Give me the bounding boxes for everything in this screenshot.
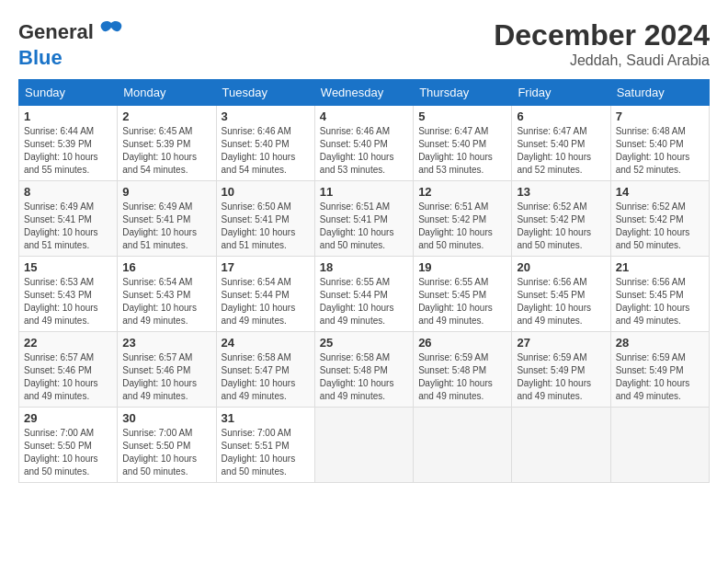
- day-info: Sunrise: 7:00 AMSunset: 5:50 PMDaylight:…: [122, 427, 210, 478]
- day-info: Sunrise: 6:54 AMSunset: 5:43 PMDaylight:…: [122, 276, 210, 327]
- month-title: December 2024: [494, 18, 710, 52]
- day-number: 20: [517, 260, 605, 274]
- day-number: 26: [418, 336, 506, 350]
- calendar-cell: [610, 408, 709, 483]
- logo: General Blue: [18, 18, 125, 70]
- day-number: 23: [122, 336, 210, 350]
- day-info: Sunrise: 6:52 AMSunset: 5:42 PMDaylight:…: [616, 201, 704, 252]
- day-info: Sunrise: 6:45 AMSunset: 5:39 PMDaylight:…: [122, 125, 210, 177]
- calendar-cell: 16Sunrise: 6:54 AMSunset: 5:43 PMDayligh…: [118, 257, 216, 332]
- day-info: Sunrise: 6:57 AMSunset: 5:46 PMDaylight:…: [122, 351, 210, 403]
- day-number: 27: [517, 336, 605, 350]
- day-number: 16: [122, 260, 210, 274]
- day-info: Sunrise: 6:59 AMSunset: 5:49 PMDaylight:…: [616, 351, 704, 403]
- calendar-cell: [314, 408, 413, 483]
- day-info: Sunrise: 6:54 AMSunset: 5:44 PMDaylight:…: [222, 276, 310, 327]
- weekday-header-row: SundayMondayTuesdayWednesdayThursdayFrid…: [19, 80, 710, 106]
- day-number: 17: [222, 260, 310, 274]
- calendar-week-1: 1Sunrise: 6:44 AMSunset: 5:39 PMDaylight…: [19, 106, 710, 181]
- day-info: Sunrise: 6:49 AMSunset: 5:41 PMDaylight:…: [122, 201, 210, 252]
- calendar-cell: 18Sunrise: 6:55 AMSunset: 5:44 PMDayligh…: [314, 257, 413, 332]
- weekday-header-tuesday: Tuesday: [216, 80, 314, 106]
- day-info: Sunrise: 6:58 AMSunset: 5:47 PMDaylight:…: [222, 351, 310, 403]
- day-number: 6: [517, 109, 605, 123]
- day-info: Sunrise: 6:58 AMSunset: 5:48 PMDaylight:…: [320, 351, 408, 403]
- day-number: 12: [418, 185, 506, 199]
- day-number: 8: [24, 185, 112, 199]
- day-number: 18: [320, 260, 408, 274]
- calendar-cell: 2Sunrise: 6:45 AMSunset: 5:39 PMDaylight…: [118, 106, 216, 181]
- calendar-week-2: 8Sunrise: 6:49 AMSunset: 5:41 PMDaylight…: [19, 181, 710, 257]
- day-info: Sunrise: 6:46 AMSunset: 5:40 PMDaylight:…: [320, 125, 408, 177]
- logo-blue: Blue: [18, 46, 63, 69]
- calendar-cell: 1Sunrise: 6:44 AMSunset: 5:39 PMDaylight…: [19, 106, 118, 181]
- calendar-week-3: 15Sunrise: 6:53 AMSunset: 5:43 PMDayligh…: [19, 257, 710, 332]
- day-info: Sunrise: 7:00 AMSunset: 5:51 PMDaylight:…: [222, 427, 310, 478]
- calendar-cell: 9Sunrise: 6:49 AMSunset: 5:41 PMDaylight…: [118, 181, 216, 257]
- day-info: Sunrise: 6:52 AMSunset: 5:42 PMDaylight:…: [517, 201, 605, 252]
- day-info: Sunrise: 6:47 AMSunset: 5:40 PMDaylight:…: [517, 125, 605, 177]
- calendar-cell: 28Sunrise: 6:59 AMSunset: 5:49 PMDayligh…: [610, 332, 709, 408]
- day-number: 24: [222, 336, 310, 350]
- calendar-cell: 22Sunrise: 6:57 AMSunset: 5:46 PMDayligh…: [19, 332, 118, 408]
- day-info: Sunrise: 6:46 AMSunset: 5:40 PMDaylight:…: [222, 125, 310, 177]
- calendar-week-5: 29Sunrise: 7:00 AMSunset: 5:50 PMDayligh…: [19, 408, 710, 483]
- weekday-header-thursday: Thursday: [414, 80, 512, 106]
- day-number: 9: [122, 185, 210, 199]
- calendar-cell: 20Sunrise: 6:56 AMSunset: 5:45 PMDayligh…: [512, 257, 610, 332]
- day-number: 21: [616, 260, 704, 274]
- page-header: General Blue December 2024 Jeddah, Saudi…: [18, 18, 710, 70]
- calendar-week-4: 22Sunrise: 6:57 AMSunset: 5:46 PMDayligh…: [19, 332, 710, 408]
- day-info: Sunrise: 6:55 AMSunset: 5:45 PMDaylight:…: [418, 276, 506, 327]
- calendar-body: 1Sunrise: 6:44 AMSunset: 5:39 PMDaylight…: [19, 106, 710, 483]
- day-info: Sunrise: 6:50 AMSunset: 5:41 PMDaylight:…: [222, 201, 310, 252]
- calendar-cell: [512, 408, 610, 483]
- weekday-header-saturday: Saturday: [610, 80, 709, 106]
- day-number: 28: [616, 336, 704, 350]
- day-number: 19: [418, 260, 506, 274]
- day-info: Sunrise: 7:00 AMSunset: 5:50 PMDaylight:…: [24, 427, 112, 478]
- day-number: 3: [222, 109, 310, 123]
- weekday-header-wednesday: Wednesday: [314, 80, 413, 106]
- calendar-cell: 8Sunrise: 6:49 AMSunset: 5:41 PMDaylight…: [19, 181, 118, 257]
- day-number: 10: [222, 185, 310, 199]
- calendar-cell: 23Sunrise: 6:57 AMSunset: 5:46 PMDayligh…: [118, 332, 216, 408]
- calendar-cell: 27Sunrise: 6:59 AMSunset: 5:49 PMDayligh…: [512, 332, 610, 408]
- logo-general: General: [18, 20, 94, 44]
- day-number: 15: [24, 260, 112, 274]
- calendar-cell: 30Sunrise: 7:00 AMSunset: 5:50 PMDayligh…: [118, 408, 216, 483]
- calendar-cell: 17Sunrise: 6:54 AMSunset: 5:44 PMDayligh…: [216, 257, 314, 332]
- day-number: 22: [24, 336, 112, 350]
- day-number: 25: [320, 336, 408, 350]
- calendar-cell: 29Sunrise: 7:00 AMSunset: 5:50 PMDayligh…: [19, 408, 118, 483]
- day-info: Sunrise: 6:47 AMSunset: 5:40 PMDaylight:…: [418, 125, 506, 177]
- weekday-header-monday: Monday: [118, 80, 216, 106]
- day-number: 5: [418, 109, 506, 123]
- day-info: Sunrise: 6:49 AMSunset: 5:41 PMDaylight:…: [24, 201, 112, 252]
- day-number: 11: [320, 185, 408, 199]
- day-info: Sunrise: 6:56 AMSunset: 5:45 PMDaylight:…: [517, 276, 605, 327]
- day-number: 29: [24, 411, 112, 425]
- day-info: Sunrise: 6:44 AMSunset: 5:39 PMDaylight:…: [24, 125, 112, 177]
- day-info: Sunrise: 6:55 AMSunset: 5:44 PMDaylight:…: [320, 276, 408, 327]
- calendar-cell: 6Sunrise: 6:47 AMSunset: 5:40 PMDaylight…: [512, 106, 610, 181]
- day-number: 31: [222, 411, 310, 425]
- calendar-cell: 7Sunrise: 6:48 AMSunset: 5:40 PMDaylight…: [610, 106, 709, 181]
- day-number: 30: [122, 411, 210, 425]
- calendar-table: SundayMondayTuesdayWednesdayThursdayFrid…: [18, 79, 710, 483]
- calendar-cell: 14Sunrise: 6:52 AMSunset: 5:42 PMDayligh…: [610, 181, 709, 257]
- weekday-header-friday: Friday: [512, 80, 610, 106]
- day-info: Sunrise: 6:59 AMSunset: 5:48 PMDaylight:…: [418, 351, 506, 403]
- day-info: Sunrise: 6:59 AMSunset: 5:49 PMDaylight:…: [517, 351, 605, 403]
- title-area: December 2024 Jeddah, Saudi Arabia: [494, 18, 710, 69]
- day-info: Sunrise: 6:51 AMSunset: 5:41 PMDaylight:…: [320, 201, 408, 252]
- weekday-header-sunday: Sunday: [19, 80, 118, 106]
- calendar-cell: 24Sunrise: 6:58 AMSunset: 5:47 PMDayligh…: [216, 332, 314, 408]
- day-number: 14: [616, 185, 704, 199]
- calendar-cell: 3Sunrise: 6:46 AMSunset: 5:40 PMDaylight…: [216, 106, 314, 181]
- calendar-cell: [414, 408, 512, 483]
- day-info: Sunrise: 6:57 AMSunset: 5:46 PMDaylight:…: [24, 351, 112, 403]
- calendar-cell: 26Sunrise: 6:59 AMSunset: 5:48 PMDayligh…: [414, 332, 512, 408]
- calendar-cell: 21Sunrise: 6:56 AMSunset: 5:45 PMDayligh…: [610, 257, 709, 332]
- day-number: 2: [122, 109, 210, 123]
